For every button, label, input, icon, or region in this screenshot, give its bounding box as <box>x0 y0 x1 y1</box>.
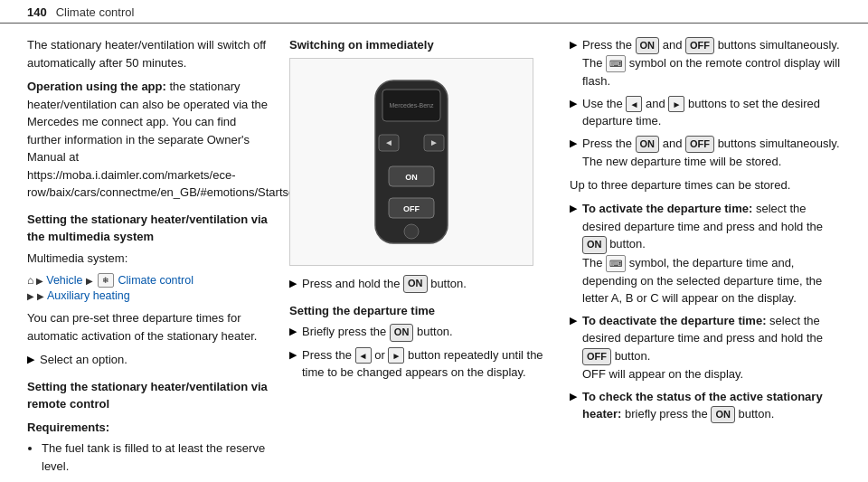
requirements-heading: Requirements: <box>27 419 271 437</box>
svg-text:►: ► <box>429 137 439 147</box>
right-bullet-2: ▶ Use the ◄ and ► buttons to set the des… <box>570 95 841 130</box>
check-text: To check the status of the active statio… <box>582 388 841 424</box>
on-button-badge-1: ON <box>403 275 428 293</box>
on-button-badge-2: ON <box>390 324 414 342</box>
bullet-arrow-2: ▶ <box>289 324 297 339</box>
on-badge-act: ON <box>582 236 607 254</box>
requirements-list: The fuel tank is filled to at least the … <box>42 439 271 475</box>
remote-control-svg: Mercedes-Benz ◄ ► ON OFF <box>357 76 466 248</box>
on-badge-r3: ON <box>636 136 660 154</box>
op-app-bold: Operation using the app: <box>27 80 166 93</box>
on-badge-r1: ON <box>636 37 660 55</box>
right-bullet-3: ▶ Press the ON and OFF buttons simultane… <box>570 135 841 171</box>
right-column: ▶ Press the ON and OFF buttons simultane… <box>570 36 841 481</box>
press-hold-bullet: ▶ Press and hold the ON button. <box>289 275 555 293</box>
nav-home-icon: ⌂ <box>27 274 33 287</box>
page-header: 140 Climate control <box>0 0 868 24</box>
right-text-2: Use the ◄ and ► buttons to set the desir… <box>582 95 841 130</box>
bullet-arrow: ▶ <box>27 352 34 367</box>
off-badge-deact: OFF <box>582 348 611 366</box>
right-text-3: Press the ON and OFF buttons simultaneou… <box>582 135 840 171</box>
deactivate-text: To deactivate the departure time: select… <box>582 312 841 383</box>
page-wrapper: 140 Climate control The stationary heate… <box>0 0 868 482</box>
bullet-arrow-act: ▶ <box>570 201 577 216</box>
nav-row-2: ▶ ▶ Auxiliary heating <box>27 289 271 302</box>
switching-heading: Switching on immediately <box>289 36 555 54</box>
right-bullet-1: ▶ Press the ON and OFF buttons simultane… <box>570 36 841 90</box>
bullet-arrow-3: ▶ <box>289 347 297 363</box>
nav-auxiliary-link[interactable]: Auxiliary heating <box>47 289 130 302</box>
nav-arrow-3: ▶ <box>27 291 34 301</box>
svg-text:OFF: OFF <box>403 204 420 213</box>
remote-symbol-1: ⌨ <box>606 55 626 72</box>
preset-para: You can pre-set three departure times fo… <box>27 309 271 345</box>
nav-vehicle-link[interactable]: Vehicle <box>46 274 82 287</box>
content-area: The stationary heater/ventilation will s… <box>0 24 868 482</box>
svg-text:◄: ◄ <box>384 137 393 147</box>
deactivate-bullet: ▶ To deactivate the departure time: sele… <box>570 312 841 383</box>
op-app-para: Operation using the app: the stationary … <box>27 78 271 202</box>
press-hold-text: Press and hold the ON button. <box>302 275 467 293</box>
briefly-press-text: Briefly press the ON button. <box>302 323 453 341</box>
press-arrow-bullet: ▶ Press the ◄ or ► button repeatedly unt… <box>289 346 555 382</box>
nav-arrow-4: ▶ <box>37 291 44 301</box>
bullet-arrow-1: ▶ <box>289 276 297 291</box>
nav-climate-link[interactable]: Climate control <box>118 274 193 287</box>
select-option-bullet: ▶ Select an option. <box>27 351 271 369</box>
bullet-arrow-deact: ▶ <box>570 313 577 328</box>
left-arrow-r2: ◄ <box>626 96 642 112</box>
bullet-arrow-check: ▶ <box>570 389 577 404</box>
req-item: The fuel tank is filled to at least the … <box>42 439 271 475</box>
page-number: 140 <box>27 5 47 19</box>
briefly-press-bullet: ▶ Briefly press the ON button. <box>289 323 555 341</box>
remote-control-image: Mercedes-Benz ◄ ► ON OFF <box>289 58 533 266</box>
setting-time-heading: Setting the departure time <box>289 302 555 320</box>
multimedia-sub: Multimedia system: <box>27 250 271 268</box>
nav-arrow-2: ▶ <box>86 276 93 286</box>
bullet-arrow-r2: ▶ <box>570 96 577 111</box>
press-arrow-text: Press the ◄ or ► button repeatedly until… <box>302 346 555 382</box>
right-text-1: Press the ON and OFF buttons simultaneou… <box>582 36 841 90</box>
nav-row-1: ⌂ ▶ Vehicle ▶ ❄ Climate control <box>27 273 271 288</box>
section2-heading: Setting the stationary heater/ventilatio… <box>27 378 271 413</box>
nav-arrow-1: ▶ <box>36 276 43 286</box>
bullet-arrow-r1: ▶ <box>570 37 577 52</box>
up-to-text: Up to three departure times can be store… <box>570 176 841 194</box>
chapter-title: Climate control <box>56 5 135 19</box>
left-column: The stationary heater/ventilation will s… <box>27 36 289 481</box>
off-badge-r1: OFF <box>685 37 714 55</box>
right-arrow-r2: ► <box>668 96 684 112</box>
svg-text:Mercedes-Benz: Mercedes-Benz <box>389 102 434 109</box>
intro-para: The stationary heater/ventilation will s… <box>27 36 271 71</box>
middle-column: Switching on immediately Mercedes-Benz ◄ <box>289 36 570 481</box>
climate-icon: ❄ <box>98 273 114 288</box>
select-option-text: Select an option. <box>40 351 127 369</box>
activate-bullet: ▶ To activate the departure time: select… <box>570 200 841 307</box>
bullet-arrow-r3: ▶ <box>570 136 577 151</box>
check-bullet: ▶ To check the status of the active stat… <box>570 388 841 424</box>
section1-heading: Setting the stationary heater/ventilatio… <box>27 211 271 246</box>
activate-text: To activate the departure time: select t… <box>582 200 841 307</box>
svg-point-11 <box>404 224 419 239</box>
svg-text:ON: ON <box>405 173 418 182</box>
off-badge-r3: OFF <box>685 136 714 154</box>
left-arrow-badge: ◄ <box>355 347 372 364</box>
remote-symbol-act: ⌨ <box>606 255 626 272</box>
on-badge-check: ON <box>711 406 735 424</box>
right-arrow-badge: ► <box>388 347 404 364</box>
